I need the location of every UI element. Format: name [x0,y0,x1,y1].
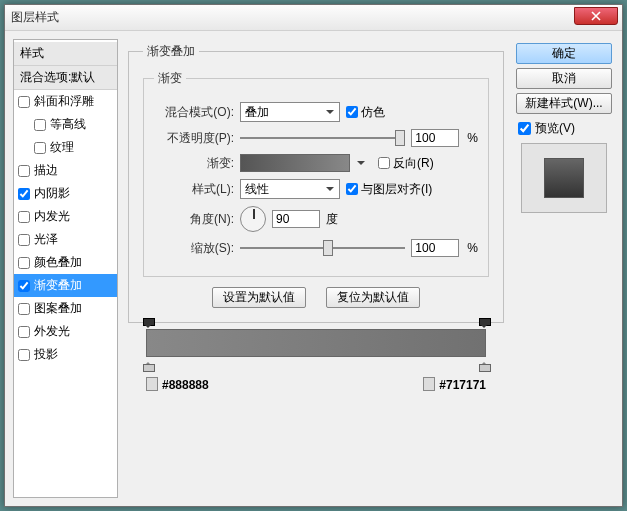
actions-panel: 确定 取消 新建样式(W)... 预览(V) [514,39,614,498]
close-icon [591,11,601,21]
sidebar-item-9[interactable]: 图案叠加 [14,297,117,320]
gradient-picker[interactable] [240,154,350,172]
style-label: 样式(L): [154,181,234,198]
color-stop-right[interactable] [479,358,489,370]
sidebar-item-label: 渐变叠加 [34,277,82,294]
sidebar-item-label: 纹理 [50,139,74,156]
reset-default-button[interactable]: 复位为默认值 [326,287,420,308]
gradient-bar[interactable] [146,329,486,357]
sidebar-item-0[interactable]: 斜面和浮雕 [14,90,117,113]
opacity-stop-right[interactable] [479,318,489,328]
layer-style-dialog: 图层样式 样式 混合选项:默认 斜面和浮雕等高线纹理描边内阴影内发光光泽颜色叠加… [4,4,623,507]
scale-value[interactable]: 100 [411,239,459,257]
sidebar-item-1[interactable]: 等高线 [14,113,117,136]
sidebar-item-label: 等高线 [50,116,86,133]
opacity-label: 不透明度(P): [154,130,234,147]
opacity-stop-left[interactable] [143,318,153,328]
gradient-group: 渐变 混合模式(O): 叠加 仿色 不透明度(P): 100 % 渐变: [143,70,489,277]
gradient-overlay-group: 渐变叠加 渐变 混合模式(O): 叠加 仿色 不透明度(P): 100 % [128,43,504,323]
opacity-value[interactable]: 100 [411,129,459,147]
sidebar-item-label: 内阴影 [34,185,70,202]
style-list: 样式 混合选项:默认 斜面和浮雕等高线纹理描边内阴影内发光光泽颜色叠加渐变叠加图… [13,39,118,498]
sidebar-item-label: 光泽 [34,231,58,248]
style-list-header: 样式 [14,42,117,66]
reverse-checkbox[interactable]: 反向(R) [378,155,434,172]
sidebar-item-11[interactable]: 投影 [14,343,117,366]
angle-label: 角度(N): [154,211,234,228]
sidebar-item-label: 内发光 [34,208,70,225]
preview-box [521,143,607,213]
opacity-slider[interactable] [240,129,405,147]
blend-mode-label: 混合模式(O): [154,104,234,121]
preview-swatch [544,158,584,198]
sidebar-item-label: 颜色叠加 [34,254,82,271]
hex-right: #717171 [423,377,486,392]
close-button[interactable] [574,7,618,25]
sidebar-item-3[interactable]: 描边 [14,159,117,182]
scale-label: 缩放(S): [154,240,234,257]
sidebar-item-label: 描边 [34,162,58,179]
titlebar: 图层样式 [5,5,622,31]
dialog-title: 图层样式 [11,9,59,26]
blend-mode-select[interactable]: 叠加 [240,102,340,122]
sidebar-item-10[interactable]: 外发光 [14,320,117,343]
gradient-label: 渐变: [154,155,234,172]
blend-options-default[interactable]: 混合选项:默认 [14,66,117,90]
sidebar-item-label: 图案叠加 [34,300,82,317]
panel-title: 渐变叠加 [143,43,199,60]
gradient-editor: #888888 #717171 [146,329,486,392]
sidebar-item-label: 斜面和浮雕 [34,93,94,110]
scale-slider[interactable] [240,239,405,257]
gradient-sub: 渐变 [154,70,186,87]
new-style-button[interactable]: 新建样式(W)... [516,93,612,114]
sidebar-item-4[interactable]: 内阴影 [14,182,117,205]
color-stop-left[interactable] [143,358,153,370]
dither-checkbox[interactable]: 仿色 [346,104,385,121]
sidebar-item-8[interactable]: 渐变叠加 [14,274,117,297]
sidebar-item-5[interactable]: 内发光 [14,205,117,228]
options-panel: 渐变叠加 渐变 混合模式(O): 叠加 仿色 不透明度(P): 100 % [118,39,514,498]
sidebar-item-2[interactable]: 纹理 [14,136,117,159]
hex-left: #888888 [146,377,209,392]
style-select[interactable]: 线性 [240,179,340,199]
sidebar-item-6[interactable]: 光泽 [14,228,117,251]
sidebar-item-label: 外发光 [34,323,70,340]
angle-value[interactable]: 90 [272,210,320,228]
align-checkbox[interactable]: 与图层对齐(I) [346,181,432,198]
make-default-button[interactable]: 设置为默认值 [212,287,306,308]
sidebar-item-7[interactable]: 颜色叠加 [14,251,117,274]
sidebar-item-label: 投影 [34,346,58,363]
preview-checkbox[interactable]: 预览(V) [518,120,610,137]
cancel-button[interactable]: 取消 [516,68,612,89]
ok-button[interactable]: 确定 [516,43,612,64]
angle-dial[interactable] [240,206,266,232]
